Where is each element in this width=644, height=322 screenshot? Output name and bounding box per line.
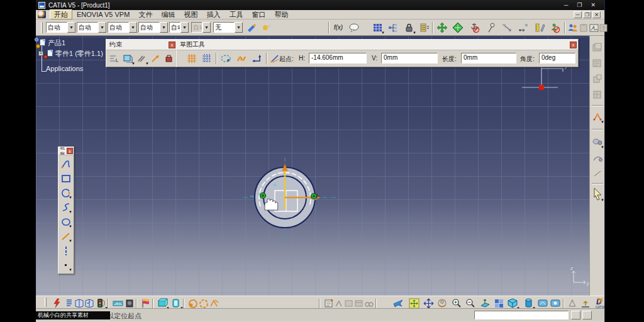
menu-file[interactable]: 文件 <box>134 10 157 19</box>
multi-view-icon[interactable] <box>492 297 505 309</box>
mdi-minimize-button[interactable]: ─ <box>574 11 582 18</box>
comment-icon[interactable] <box>348 21 360 34</box>
link-node-icon[interactable] <box>501 21 513 34</box>
sketch-analysis-icon[interactable]: ▼ <box>591 135 604 148</box>
tree-node-applications[interactable]: Applications <box>46 63 103 74</box>
exit-workbench-icon[interactable]: ▼ <box>156 297 169 309</box>
rotate-icon[interactable] <box>436 297 448 309</box>
checks-book-icon[interactable] <box>83 297 96 309</box>
sketch-tools-close-button[interactable]: x <box>570 42 577 48</box>
power-input-field[interactable] <box>474 311 569 319</box>
axis-tool-icon[interactable] <box>60 243 72 258</box>
select-arrow-icon[interactable]: ▼ <box>591 188 604 201</box>
sketch-exit-icon[interactable]: ▼ <box>170 297 182 309</box>
status-button-2[interactable] <box>582 311 592 319</box>
fix-together-icon[interactable]: ▼ <box>135 52 148 65</box>
auto-combo-2[interactable]: 自动▼ <box>77 22 106 33</box>
measure-icon[interactable] <box>111 297 124 309</box>
anchor-disabled-icon[interactable] <box>468 21 480 34</box>
measure-inertia-icon[interactable] <box>123 297 136 309</box>
auto-combo-1[interactable]: 自动▼ <box>46 22 75 33</box>
tree-node-product[interactable]: 产品1 <box>37 38 103 48</box>
tree-node-part[interactable]: + 零件1 (零件1.1) <box>45 48 103 59</box>
sketch-viewport[interactable]: x y z y <box>36 36 590 296</box>
wizard-flag-icon[interactable] <box>140 297 152 309</box>
constraint-dialog-icon[interactable] <box>108 52 120 65</box>
publish-icon[interactable] <box>579 297 592 309</box>
profile-title-bar[interactable]: 轮廓 x <box>58 147 74 155</box>
paintbrush-icon[interactable] <box>246 21 258 34</box>
auto-combo-5[interactable]: 自动▼ <box>169 22 189 33</box>
user-disabled-icon[interactable] <box>548 21 561 34</box>
menu-view[interactable]: 视图 <box>179 10 202 19</box>
swap-space-icon[interactable] <box>549 297 562 309</box>
none-combo[interactable]: 无▼ <box>213 22 243 33</box>
angle-input[interactable]: 0deg <box>539 53 575 64</box>
update-icon[interactable] <box>51 297 64 309</box>
reactions-icon[interactable]: ▼ <box>94 297 107 309</box>
line-tool-icon-profile[interactable]: ▼ <box>60 229 72 243</box>
sketch-tools-title-bar[interactable]: 草图工具 x <box>177 40 578 50</box>
plane-compass[interactable] <box>522 65 563 90</box>
constraint-creation-icon[interactable]: ▼ <box>591 110 604 123</box>
wash-paint-icon[interactable] <box>260 21 272 34</box>
zoom-out-icon[interactable] <box>464 297 477 309</box>
snap-to-point-icon[interactable] <box>201 52 213 65</box>
mdi-close-button[interactable]: ✕ <box>592 11 601 18</box>
compass-origin[interactable] <box>539 85 544 90</box>
hide-show-icon[interactable] <box>536 297 549 309</box>
shading-style-icon[interactable]: ▼ <box>522 297 535 309</box>
profile-tool-icon[interactable] <box>60 157 72 171</box>
ruler-pen-icon[interactable] <box>533 21 546 34</box>
mdi-restore-button[interactable]: ❐ <box>583 11 591 18</box>
anchor-constraint-icon[interactable] <box>163 52 175 65</box>
geometrical-constraints-icon[interactable] <box>235 52 248 65</box>
constraints-title-bar[interactable]: 约束 x <box>106 40 177 50</box>
spreadsheet-icon[interactable]: ▼ <box>371 21 384 34</box>
toolbar-grip[interactable] <box>41 22 43 33</box>
formula-icon[interactable]: f(x) <box>332 21 345 34</box>
zoom-in-icon[interactable] <box>450 297 463 309</box>
v-input[interactable]: 0mm <box>381 53 438 64</box>
spline-tool-icon[interactable]: ▼ <box>60 200 72 214</box>
constraint-diagnostic-icon[interactable] <box>208 297 221 309</box>
auto-combo-4[interactable]: 自动▼ <box>138 22 168 33</box>
menu-window[interactable]: 窗口 <box>247 10 270 19</box>
snap-diamond-icon[interactable] <box>452 21 464 34</box>
auto-combo-3[interactable]: 自动▼ <box>108 22 137 33</box>
fit-all-in-icon[interactable] <box>408 297 420 309</box>
construction-elements-icon[interactable] <box>219 52 232 65</box>
length-input[interactable]: 0mm <box>461 53 516 64</box>
close-button[interactable]: ✕ <box>591 2 596 8</box>
grid-icon[interactable] <box>186 52 198 65</box>
dimensional-constraints-icon[interactable] <box>251 52 264 65</box>
point-tool-icon[interactable]: ▼ <box>60 258 72 272</box>
ellipse-tool-icon[interactable]: ▼ <box>60 214 72 229</box>
expand-toggle[interactable]: + <box>38 51 43 56</box>
list-equals-icon[interactable] <box>418 21 431 34</box>
menu-help[interactable]: 帮助 <box>270 10 292 19</box>
menu-start[interactable]: 开始 <box>50 9 72 19</box>
move-elements-icon[interactable] <box>436 21 448 34</box>
coincidence-symbol-left[interactable] <box>260 193 266 199</box>
profile-close-button[interactable]: x <box>67 148 73 154</box>
hierarchy-icon[interactable] <box>387 21 399 34</box>
normal-view-icon[interactable] <box>479 297 491 309</box>
fly-mode-icon[interactable] <box>392 297 404 309</box>
menu-edit[interactable]: 编辑 <box>157 10 179 19</box>
h-input[interactable]: -14.606mm <box>309 53 367 64</box>
menu-tools[interactable]: 工具 <box>225 10 247 19</box>
datum-points-icon[interactable] <box>517 21 530 34</box>
pin-icon[interactable] <box>485 21 497 34</box>
contact-constraint-icon[interactable]: ▼ <box>121 52 134 65</box>
auto-constraint-icon[interactable] <box>149 52 162 65</box>
pan-icon[interactable] <box>422 297 435 309</box>
circle-tool-icon[interactable]: ▼ <box>60 186 72 200</box>
iso-view-icon[interactable]: ▼ <box>506 297 519 309</box>
status-button-1[interactable] <box>571 311 580 319</box>
rectangle-tool-icon[interactable] <box>60 171 72 186</box>
constraints-close-button[interactable]: x <box>169 42 175 48</box>
menu-insert[interactable]: 插入 <box>202 10 225 19</box>
menu-enovia[interactable]: ENOVIA V5 VPM <box>72 10 134 19</box>
maximize-button[interactable]: ❐ <box>577 2 582 8</box>
